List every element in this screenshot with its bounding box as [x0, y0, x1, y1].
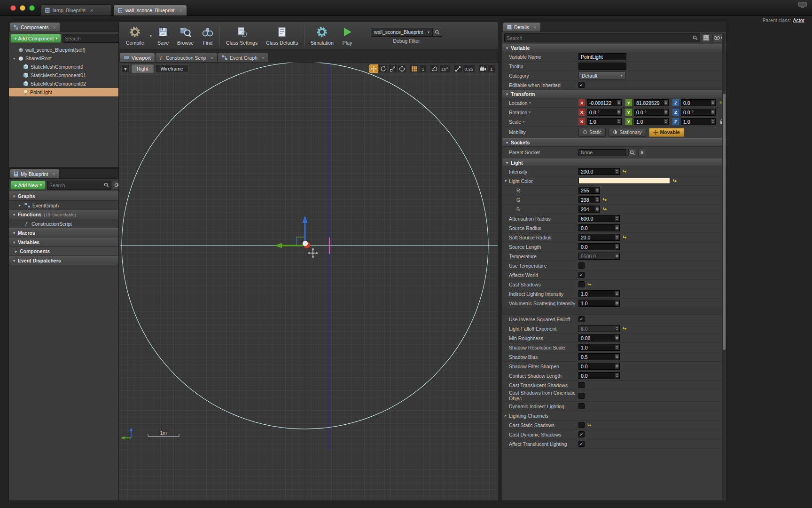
- scrollbar-thumb[interactable]: [723, 94, 726, 350]
- tab-viewport[interactable]: Viewport: [120, 53, 155, 62]
- scale-tool-button[interactable]: [388, 64, 397, 73]
- grid-snap-value[interactable]: 1: [419, 64, 427, 73]
- component-tree-item-staticmeshcomponent02[interactable]: StaticMeshComponent02: [9, 79, 127, 88]
- details-scrollbar[interactable]: [722, 33, 726, 500]
- number-input[interactable]: 200.0: [578, 168, 620, 175]
- expander-icon[interactable]: ▾: [503, 179, 508, 183]
- parent-socket-input[interactable]: None: [578, 149, 626, 156]
- debug-object-dropdown[interactable]: wall_sconce_Blueprint ▾: [371, 28, 433, 37]
- number-input[interactable]: 8.0: [578, 325, 620, 332]
- revert-icon[interactable]: [587, 423, 592, 427]
- components-search-input[interactable]: [65, 36, 118, 41]
- blueprint-item-constructionscript[interactable]: ƒConstructionScript: [9, 219, 127, 228]
- number-input[interactable]: 600.0: [578, 215, 620, 222]
- revert-icon[interactable]: [623, 235, 627, 239]
- location-z-input[interactable]: 0.0: [681, 99, 716, 106]
- text-input[interactable]: [578, 63, 626, 70]
- revert-icon[interactable]: [623, 169, 627, 174]
- property-label[interactable]: Scale ▾: [502, 119, 578, 125]
- translate-gizmo[interactable]: [274, 215, 310, 248]
- add-component-button[interactable]: + Add Component ▾: [10, 34, 61, 43]
- location-y-input[interactable]: 81.829529: [634, 99, 669, 106]
- mobility-movable-button[interactable]: Movable: [649, 128, 684, 137]
- scale-z-input[interactable]: 1.0: [681, 118, 716, 125]
- coordinate-system-button[interactable]: [398, 64, 406, 73]
- rotation-snap-value[interactable]: 10°: [439, 64, 450, 73]
- property-matrix-button[interactable]: [702, 33, 711, 42]
- checkbox[interactable]: [578, 403, 585, 409]
- debug-search-button[interactable]: [433, 28, 442, 37]
- class-settings-button[interactable]: Class Settings: [222, 22, 262, 49]
- compile-button[interactable]: Compile: [122, 22, 148, 49]
- checkbox[interactable]: ✓: [578, 441, 585, 447]
- number-input[interactable]: 255: [578, 187, 600, 194]
- components-search[interactable]: [62, 34, 126, 43]
- component-tree-item-wall-sconce-blueprint-self[interactable]: wall_sconce_Blueprint(self): [9, 46, 127, 54]
- section-sockets[interactable]: ▾ Sockets: [502, 138, 726, 147]
- expander-icon[interactable]: ▾: [12, 259, 16, 263]
- text-input[interactable]: PointLight: [578, 53, 626, 60]
- expander-icon[interactable]: ▾: [12, 213, 16, 217]
- rotation-snap-toggle[interactable]: [430, 64, 439, 73]
- number-input[interactable]: 1.0: [578, 290, 620, 297]
- property-label[interactable]: Rotation ▾: [502, 110, 578, 115]
- number-input[interactable]: 238: [578, 196, 600, 203]
- blueprint-section-macros[interactable]: ▾Macros+: [9, 228, 127, 238]
- details-search-input[interactable]: [507, 35, 693, 41]
- checkbox[interactable]: [578, 422, 585, 428]
- my-blueprint-search[interactable]: [47, 181, 111, 190]
- component-tree-item-staticmeshcomponent0[interactable]: StaticMeshComponent0: [9, 63, 127, 71]
- tab-event-graph[interactable]: Event Graph ×: [218, 53, 268, 62]
- revert-icon[interactable]: [587, 282, 592, 286]
- number-input[interactable]: 20.0: [578, 234, 620, 241]
- location-x-input[interactable]: -0.000122: [587, 99, 622, 106]
- rotation-x-input[interactable]: 0.0 °: [587, 109, 622, 116]
- close-tab-icon[interactable]: ×: [90, 8, 93, 13]
- blueprint-section-event-dispatchers[interactable]: ▾Event Dispatchers+: [9, 256, 127, 265]
- rotation-y-input[interactable]: 0.0 °: [634, 109, 669, 116]
- checkbox[interactable]: ✓: [578, 431, 585, 437]
- find-button[interactable]: Find: [198, 22, 218, 49]
- translate-tool-button[interactable]: [369, 64, 378, 73]
- checkbox[interactable]: [578, 262, 585, 269]
- component-tree-item-pointlight[interactable]: PointLight: [9, 88, 127, 96]
- checkbox[interactable]: [578, 393, 585, 399]
- revert-icon[interactable]: [603, 207, 607, 211]
- viewport-canvas[interactable]: 1m ▾ Right Wireframe 1 10° 0.25 1: [118, 62, 498, 501]
- revert-icon[interactable]: [603, 198, 607, 202]
- rotation-z-input[interactable]: 0.0 °: [681, 109, 716, 116]
- tab-construction-script[interactable]: ƒ Construction Scrip ×: [156, 53, 217, 62]
- shading-mode-button[interactable]: Wireframe: [156, 64, 188, 73]
- blueprint-subsection-components[interactable]: ▸Components: [9, 247, 127, 256]
- component-tree-item-staticmeshcomponent01[interactable]: StaticMeshComponent01: [9, 71, 127, 79]
- parent-class-link[interactable]: Actor: [793, 17, 804, 23]
- expander-icon[interactable]: ▾: [12, 194, 16, 198]
- mobility-stationary-button[interactable]: Stationary: [609, 128, 646, 137]
- checkbox[interactable]: ✓: [578, 316, 585, 322]
- checkbox[interactable]: [578, 281, 585, 287]
- socket-clear-button[interactable]: ×: [638, 149, 646, 156]
- checkbox[interactable]: ✓: [578, 272, 585, 278]
- blueprint-section-graphs[interactable]: ▾Graphs+: [9, 191, 127, 201]
- number-input[interactable]: 1.0: [578, 300, 620, 307]
- number-input[interactable]: 6500.0: [578, 253, 620, 260]
- tab-components[interactable]: Components ×: [10, 23, 60, 32]
- grid-snap-toggle[interactable]: [410, 64, 419, 73]
- tab-lamp-blueprint[interactable]: lamp_Blueprint ×: [40, 4, 112, 16]
- expander-icon[interactable]: ▸: [17, 203, 22, 207]
- close-tab-icon[interactable]: ×: [52, 171, 55, 177]
- close-window-button[interactable]: [10, 5, 16, 11]
- class-defaults-button[interactable]: Class Defaults: [262, 22, 302, 49]
- my-blueprint-search-input[interactable]: [49, 183, 104, 188]
- number-input[interactable]: 0.5: [578, 353, 620, 360]
- close-tab-icon[interactable]: ×: [179, 8, 182, 13]
- number-input[interactable]: 0.08: [578, 334, 620, 341]
- section-transform[interactable]: ▾ Transform: [502, 90, 726, 98]
- zoom-window-button[interactable]: [29, 5, 35, 11]
- number-input[interactable]: 1.0: [578, 344, 620, 351]
- expander-icon[interactable]: ▸: [503, 413, 508, 418]
- expander-icon[interactable]: ▾: [12, 240, 16, 245]
- tab-details[interactable]: Details ×: [503, 23, 540, 32]
- revert-icon[interactable]: [623, 326, 627, 331]
- scale-snap-value[interactable]: 0.25: [463, 64, 476, 73]
